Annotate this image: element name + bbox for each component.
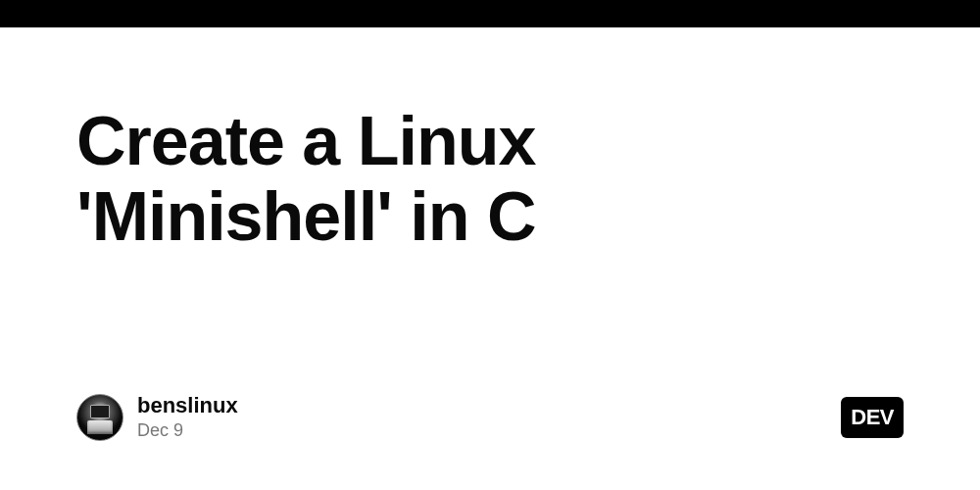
author-block[interactable]: benslinux Dec 9: [76, 393, 238, 441]
publish-date: Dec 9: [137, 420, 238, 441]
author-info: benslinux Dec 9: [137, 393, 238, 441]
avatar[interactable]: [76, 394, 123, 441]
dev-badge[interactable]: DEV: [841, 397, 904, 438]
footer: benslinux Dec 9 DEV: [76, 393, 904, 441]
author-username[interactable]: benslinux: [137, 393, 238, 418]
content-area: Create a Linux 'Minishell' in C benslinu…: [0, 27, 980, 490]
top-bar: [0, 0, 980, 27]
article-title: Create a Linux 'Minishell' in C: [76, 104, 762, 255]
